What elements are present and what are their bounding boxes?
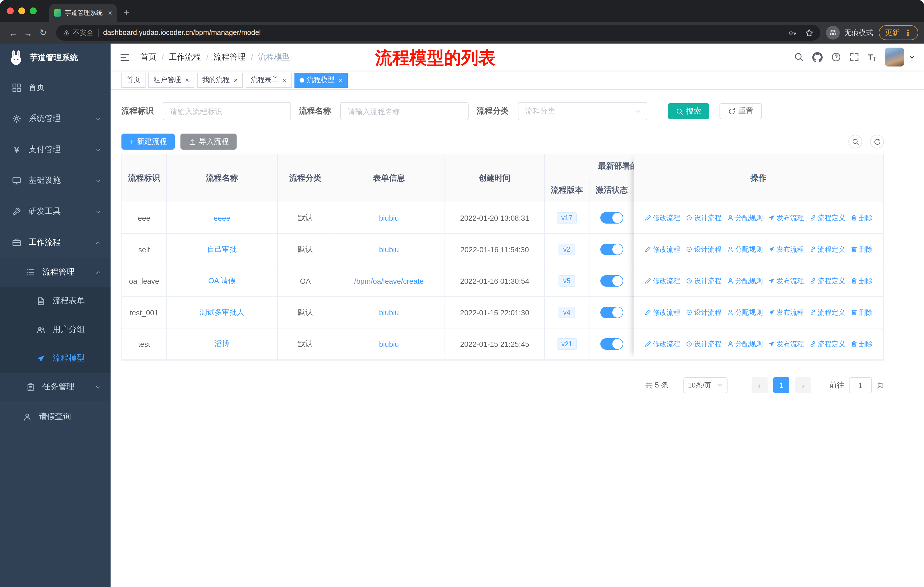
publish-process-action[interactable]: 发布流程: [768, 339, 804, 349]
design-process-action[interactable]: 设计流程: [685, 339, 721, 349]
reset-button[interactable]: 重置: [719, 103, 762, 119]
edit-process-action[interactable]: 修改流程: [644, 276, 680, 286]
publish-process-action[interactable]: 发布流程: [768, 308, 804, 317]
edit-process-action[interactable]: 修改流程: [644, 213, 680, 223]
close-icon[interactable]: ×: [282, 76, 286, 84]
sidebar-item-system[interactable]: 系统管理: [0, 103, 111, 134]
prev-page-button[interactable]: ‹: [752, 377, 767, 393]
browser-update-button[interactable]: 更新 ⋮: [879, 25, 918, 40]
sidebar-item-process-model[interactable]: 流程模型: [0, 344, 111, 373]
avatar-caret-icon[interactable]: [909, 54, 915, 60]
process-name-link[interactable]: eeee: [214, 213, 230, 222]
delete-action[interactable]: 删除: [850, 213, 873, 223]
close-icon[interactable]: ×: [234, 76, 238, 84]
toggle-search-icon[interactable]: [848, 135, 862, 149]
security-warning[interactable]: 不安全: [63, 28, 93, 38]
delete-action[interactable]: 删除: [850, 276, 873, 286]
edit-process-action[interactable]: 修改流程: [644, 339, 680, 349]
form-info-link[interactable]: biubiu: [379, 340, 399, 348]
process-name-link[interactable]: 滔博: [214, 339, 229, 349]
avatar[interactable]: [885, 48, 904, 66]
form-info-link[interactable]: /bpm/oa/leave/create: [354, 276, 424, 285]
assign-rule-action[interactable]: 分配规则: [727, 245, 763, 254]
reload-icon[interactable]: ↻: [36, 25, 50, 40]
publish-process-action[interactable]: 发布流程: [768, 276, 804, 286]
edit-process-action[interactable]: 修改流程: [644, 308, 680, 317]
sidebar-item-leave-query[interactable]: 请假查询: [0, 401, 111, 432]
incognito-badge[interactable]: 无痕模式: [826, 26, 873, 40]
delete-action[interactable]: 删除: [850, 245, 873, 254]
forward-icon[interactable]: →: [21, 25, 36, 40]
sidebar-item-devtools[interactable]: 研发工具: [0, 196, 111, 227]
active-toggle[interactable]: [601, 275, 623, 287]
sidebar-item-task-mgmt[interactable]: 任务管理: [0, 373, 111, 401]
tag-home[interactable]: 首页: [121, 73, 145, 88]
publish-process-action[interactable]: 发布流程: [768, 245, 804, 254]
font-size-icon[interactable]: TT: [868, 52, 876, 62]
hamburger-icon[interactable]: [120, 52, 130, 62]
sidebar-item-process-form[interactable]: 流程表单: [0, 287, 111, 315]
edit-process-action[interactable]: 修改流程: [644, 245, 680, 254]
tab-close-icon[interactable]: ×: [108, 9, 112, 17]
new-tab-button[interactable]: +: [124, 7, 129, 18]
search-button[interactable]: 搜索: [668, 103, 709, 119]
publish-process-action[interactable]: 发布流程: [768, 213, 804, 223]
process-definition-action[interactable]: 流程定义: [809, 213, 845, 223]
sidebar-item-infra[interactable]: 基础设施: [0, 165, 111, 196]
tag-process-form[interactable]: 流程表单 ×: [246, 73, 292, 88]
sidebar-item-user-group[interactable]: 用户分组: [0, 315, 111, 344]
help-icon[interactable]: [831, 52, 841, 62]
browser-tab[interactable]: 芋道管理系统 ×: [49, 4, 117, 22]
next-page-button[interactable]: ›: [795, 377, 811, 393]
minimize-window-button[interactable]: [18, 7, 25, 14]
close-icon[interactable]: ×: [338, 76, 343, 84]
sidebar-item-home[interactable]: 首页: [0, 72, 111, 103]
assign-rule-action[interactable]: 分配规则: [727, 308, 763, 317]
active-toggle[interactable]: [601, 307, 623, 318]
password-key-icon[interactable]: [788, 28, 797, 37]
breadcrumb-item[interactable]: 工作流程: [169, 52, 201, 62]
process-name-link[interactable]: 测试多审批人: [200, 307, 244, 317]
bookmark-star-icon[interactable]: [805, 28, 813, 37]
process-name-link[interactable]: 自己审批: [207, 244, 237, 255]
sidebar-item-process-mgmt[interactable]: 流程管理: [0, 258, 111, 287]
category-select[interactable]: 流程分类: [518, 102, 647, 121]
process-name-link[interactable]: OA 请假: [208, 276, 236, 286]
design-process-action[interactable]: 设计流程: [685, 308, 721, 317]
active-toggle[interactable]: [601, 338, 623, 350]
app-logo[interactable]: 芋道管理系统: [0, 43, 111, 72]
process-definition-action[interactable]: 流程定义: [809, 276, 845, 286]
process-definition-action[interactable]: 流程定义: [809, 245, 845, 254]
back-icon[interactable]: ←: [6, 25, 21, 40]
import-process-button[interactable]: 导入流程: [180, 134, 237, 150]
close-window-button[interactable]: [7, 7, 14, 14]
address-bar[interactable]: 不安全 dashboard.yudao.iocoder.cn/bpm/manag…: [56, 25, 820, 41]
process-definition-action[interactable]: 流程定义: [809, 308, 845, 317]
active-toggle[interactable]: [601, 212, 623, 223]
form-info-link[interactable]: biubiu: [379, 213, 399, 222]
assign-rule-action[interactable]: 分配规则: [727, 339, 763, 349]
tag-my-process[interactable]: 我的流程 ×: [197, 73, 243, 88]
delete-action[interactable]: 删除: [850, 308, 873, 317]
process-key-input[interactable]: [163, 102, 291, 121]
page-number[interactable]: 1: [773, 377, 789, 393]
sidebar-item-workflow[interactable]: 工作流程: [0, 227, 111, 258]
sidebar-item-payment[interactable]: ¥ 支付管理: [0, 134, 111, 165]
goto-page-input[interactable]: [849, 377, 872, 393]
form-info-link[interactable]: biubiu: [379, 245, 399, 254]
browser-menu-icon[interactable]: ⋮: [904, 28, 912, 37]
form-info-link[interactable]: biubiu: [379, 308, 399, 317]
fullscreen-icon[interactable]: [849, 52, 859, 62]
delete-action[interactable]: 删除: [850, 339, 873, 349]
tag-process-model[interactable]: 流程模型 ×: [294, 73, 348, 88]
create-process-button[interactable]: + 新建流程: [121, 134, 175, 150]
search-icon[interactable]: [794, 52, 804, 62]
process-name-input[interactable]: [340, 102, 469, 121]
assign-rule-action[interactable]: 分配规则: [727, 276, 763, 286]
close-icon[interactable]: ×: [185, 76, 189, 84]
page-size-select[interactable]: 10条/页: [683, 377, 728, 393]
design-process-action[interactable]: 设计流程: [685, 213, 721, 223]
process-definition-action[interactable]: 流程定义: [809, 339, 845, 349]
breadcrumb-item[interactable]: 首页: [140, 52, 157, 62]
active-toggle[interactable]: [601, 244, 623, 255]
